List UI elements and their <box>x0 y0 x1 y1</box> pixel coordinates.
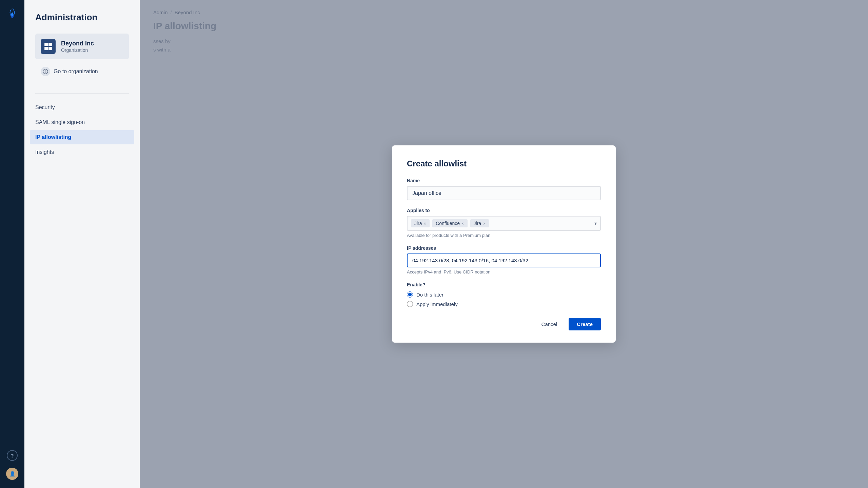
enable-label: Enable? <box>407 282 601 287</box>
nav-links: Security SAML single sign-on IP allowlis… <box>24 98 140 162</box>
tag-confluence-close[interactable]: × <box>461 221 464 226</box>
applies-to-field-group: Applies to Jira × Confluence × Jira × ▾ <box>407 208 601 238</box>
nav-sidebar: Administration Beyond Inc Organization <box>24 0 140 488</box>
name-field-group: Name <box>407 178 601 200</box>
goto-org-label: Go to organization <box>54 68 98 75</box>
applies-to-label: Applies to <box>407 208 601 213</box>
cancel-button[interactable]: Cancel <box>534 318 565 330</box>
main-content: Admin / Beyond Inc IP allowlisting sses … <box>140 0 868 488</box>
svg-rect-0 <box>44 43 48 46</box>
left-rail: ? 👤 <box>0 0 24 488</box>
admin-title: Administration <box>35 12 129 23</box>
tag-jira-1: Jira × <box>411 219 430 227</box>
sidebar-item-security[interactable]: Security <box>30 100 134 115</box>
svg-rect-1 <box>48 43 52 46</box>
tag-jira-2-close[interactable]: × <box>483 221 486 226</box>
ip-addresses-field-group: IP addresses Accepts IPv4 and IPv6. Use … <box>407 245 601 274</box>
ip-input[interactable] <box>407 253 601 267</box>
nav-divider <box>35 93 129 94</box>
tag-confluence: Confluence × <box>432 219 467 227</box>
org-name: Beyond Inc <box>61 40 94 47</box>
radio-apply-now[interactable]: Apply immediately <box>407 301 601 307</box>
tag-jira-1-close[interactable]: × <box>424 221 427 226</box>
radio-apply-now-input[interactable] <box>407 301 413 307</box>
create-button[interactable]: Create <box>569 318 601 330</box>
radio-apply-now-label: Apply immediately <box>416 301 458 307</box>
chevron-down-icon: ▾ <box>594 221 597 226</box>
ip-hint: Accepts IPv4 and IPv6. Use CIDR notation… <box>407 269 601 274</box>
premium-hint: Available for products with a Premium pl… <box>407 233 601 238</box>
radio-do-later[interactable]: Do this later <box>407 291 601 298</box>
org-icon <box>41 39 56 54</box>
sidebar-item-insights[interactable]: Insights <box>30 145 134 159</box>
name-input[interactable] <box>407 186 601 200</box>
sidebar-item-ip-allowlisting[interactable]: IP allowlisting <box>30 130 134 144</box>
user-avatar[interactable]: 👤 <box>6 468 18 480</box>
create-allowlist-modal: Create allowlist Name Applies to Jira × … <box>392 145 616 343</box>
radio-group: Do this later Apply immediately <box>407 291 601 307</box>
applies-to-select[interactable]: Jira × Confluence × Jira × ▾ <box>407 216 601 231</box>
modal-title: Create allowlist <box>407 159 601 168</box>
sidebar-item-saml[interactable]: SAML single sign-on <box>30 115 134 129</box>
org-type: Organization <box>61 47 94 53</box>
back-icon <box>41 67 50 76</box>
radio-do-later-label: Do this later <box>416 292 443 298</box>
modal-footer: Cancel Create <box>407 318 601 330</box>
modal-overlay: Create allowlist Name Applies to Jira × … <box>140 0 868 488</box>
ip-label: IP addresses <box>407 245 601 251</box>
svg-point-4 <box>43 69 48 74</box>
radio-do-later-input[interactable] <box>407 291 413 298</box>
atlassian-logo[interactable] <box>5 7 19 20</box>
org-card: Beyond Inc Organization <box>35 34 129 59</box>
tag-jira-2: Jira × <box>470 219 489 227</box>
svg-rect-2 <box>44 47 48 50</box>
name-label: Name <box>407 178 601 183</box>
goto-org-button[interactable]: Go to organization <box>35 62 129 81</box>
svg-rect-3 <box>48 47 52 50</box>
help-icon[interactable]: ? <box>7 450 18 461</box>
enable-section: Enable? Do this later Apply immediately <box>407 282 601 307</box>
